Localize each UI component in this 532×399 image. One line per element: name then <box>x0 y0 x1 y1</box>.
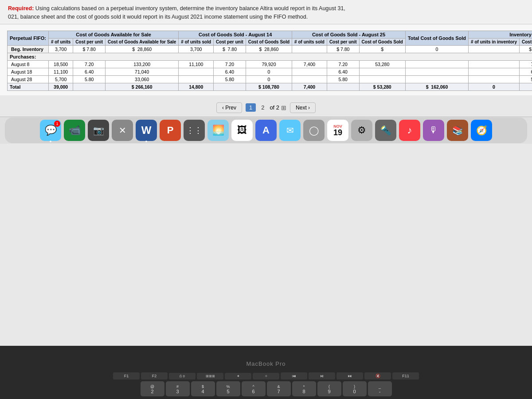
row-beg-units3 <box>292 45 327 53</box>
key-5pct[interactable]: %5 <box>216 381 240 396</box>
mail-app-icon[interactable]: ✉ <box>279 120 301 141</box>
pagination: ‹ Prev 1 2 of 2 ⊞ Next › <box>0 95 532 117</box>
row-aug18-sold3 <box>359 68 405 75</box>
key-8star[interactable]: *8 <box>292 381 316 396</box>
row-aug8-label: August 8 <box>8 60 49 68</box>
row-aug28-inv-units <box>469 75 520 83</box>
fn-key-f5[interactable]: ✦ <box>225 373 251 379</box>
active-dot-word <box>145 141 147 142</box>
text-app-icon[interactable]: A <box>255 120 277 141</box>
books-app-icon[interactable]: 📚 <box>447 120 468 141</box>
question-text: Using calculations based on a perpetual … <box>34 5 345 12</box>
table-row-total: Total 39,000 $ 266,160 14,800 $ 108,780 … <box>8 83 532 90</box>
row-aug28-sold2: 0 <box>246 75 292 83</box>
key-9open[interactable]: (9 <box>317 381 341 396</box>
row-aug18-of-units <box>179 68 214 75</box>
fn-key-f1[interactable]: F1 <box>113 372 140 379</box>
calendar-app-icon[interactable]: NOV 19 <box>327 120 348 141</box>
row-aug18-inv-units <box>469 68 520 75</box>
next-button[interactable]: Next › <box>290 102 316 113</box>
system-prefs-icon[interactable]: ⚙ <box>351 120 372 141</box>
row-aug18-label: August 18 <box>8 68 49 75</box>
key-dash[interactable]: _- <box>368 381 392 396</box>
prev-button[interactable]: ‹ Prev <box>216 102 242 113</box>
podcast-app-icon[interactable]: 🎙 <box>423 120 444 141</box>
units-header: # of units <box>48 38 73 45</box>
key-0close[interactable]: )0 <box>343 381 367 396</box>
row-aug18-total <box>405 68 468 75</box>
row-aug8-total <box>405 60 468 68</box>
word-icon[interactable]: W <box>136 120 157 141</box>
available-header: Cost of Goods Available for Sale <box>48 31 178 38</box>
total-sold3: $ 53,280 <box>359 83 405 90</box>
total-label: Total <box>8 83 49 90</box>
cost-sold3-header: Cost of Goods Sold <box>359 38 405 45</box>
row-beg-sold3: $ <box>359 45 405 53</box>
purchases-section-label: Purchases: <box>8 53 532 60</box>
safari-app-icon[interactable]: 🧭 <box>471 120 492 141</box>
key-2at[interactable]: @2 <box>141 381 164 396</box>
row-beg-sold2: $ 28,860 <box>246 45 292 53</box>
key-6caret[interactable]: ^6 <box>242 381 266 396</box>
music-app-icon[interactable]: ♪ <box>399 120 420 141</box>
table-row: August 28 5,700 5.80 33,060 5.80 0 5.80 … <box>8 75 532 83</box>
key-3hash[interactable]: #3 <box>166 381 190 396</box>
row-aug18-cost3: 6.40 <box>327 68 359 75</box>
page-1[interactable]: 1 <box>246 103 256 112</box>
row-aug8-inv-units <box>469 60 520 68</box>
notification-badge: 1 <box>54 121 60 127</box>
row-aug8-cost: 7.20 <box>73 60 106 68</box>
sold-aug14-header: Cost of Goods Sold - August 14 <box>179 31 292 38</box>
fn-key-f6[interactable]: ✧ <box>253 373 279 379</box>
photos-icon[interactable]: 🖼 <box>231 120 253 141</box>
row-aug28-inv-cost: 5.80 <box>519 75 532 83</box>
row-beg-of-units: 3,700 <box>179 45 214 53</box>
row-beg-units: 3,700 <box>48 45 73 53</box>
facetime-icon[interactable]: 📹 <box>64 120 85 141</box>
key-7amp[interactable]: &7 <box>267 381 291 396</box>
table-row: Purchases: <box>8 53 532 60</box>
row-beg-total: 0 <box>405 45 468 53</box>
spotlight-icon[interactable]: 🔦 <box>375 120 396 141</box>
total-cost-header: Total Cost of Goods Sold <box>405 31 468 45</box>
chat-bubble-icon[interactable]: 💬 1 <box>40 120 61 141</box>
row-aug28-of-units <box>179 75 214 83</box>
row-aug28-cost3: 5.80 <box>327 75 359 83</box>
fn-key-f11[interactable]: F11 <box>392 372 419 379</box>
fn-key-f9[interactable]: ⏭ <box>336 372 363 379</box>
page-2[interactable]: 2 <box>258 103 268 112</box>
row-beg-cost2: $ 7.80 <box>214 45 246 53</box>
camera-icon[interactable]: 📷 <box>88 120 109 141</box>
row-aug28-sold3 <box>359 75 405 83</box>
row-aug18-units3 <box>292 68 327 75</box>
fn-key-f7[interactable]: ⏮ <box>281 372 307 379</box>
key-4dollar[interactable]: $4 <box>191 381 215 396</box>
browser-app-icon[interactable]: ◯ <box>303 120 325 141</box>
row-aug18-cost2: 6.40 <box>214 68 246 75</box>
total-sold2: $ 108,780 <box>246 83 292 90</box>
table-row: August 18 11,100 6.40 71,040 6.40 0 6.40… <box>8 68 532 75</box>
row-aug8-cost2: 7.20 <box>214 60 246 68</box>
landscape-icon[interactable]: 🌅 <box>207 120 229 141</box>
total-total-cost: $ 162,060 <box>405 83 468 90</box>
screen: Required: Using calculations based on a … <box>0 0 532 346</box>
fn-key-f10[interactable]: 🔇 <box>364 372 391 379</box>
fn-key-f2[interactable]: F2 <box>141 372 168 379</box>
fn-key-f8[interactable]: ⏯ <box>309 372 335 379</box>
cost-unit2-header: Cost per unit <box>214 38 246 45</box>
kb-row: @2 #3 $4 %5 ^6 &7 *8 (9 )0 _- <box>0 380 532 397</box>
cost-unit3-header: Cost per unit <box>327 38 359 45</box>
total-cost3 <box>327 83 359 90</box>
total-units: 39,000 <box>48 83 73 90</box>
total-of-units: 14,800 <box>179 83 214 90</box>
calendar-month: NOV <box>333 124 342 129</box>
perpetual-fifo-header: Perpetual FIFO: <box>8 31 49 45</box>
grid-app-icon[interactable]: ⋮⋮ <box>184 120 205 141</box>
close-icon[interactable]: ✕ <box>112 120 133 141</box>
total-cost2 <box>214 83 246 90</box>
fn-key-f4[interactable]: ⊞⊞⊞ <box>197 373 223 379</box>
sold-aug25-header: Cost of Goods Sold - August 25 <box>292 31 406 38</box>
fn-key-f3[interactable]: ⎙ 0 <box>169 373 196 379</box>
powerpoint-icon[interactable]: P <box>160 120 181 141</box>
row-aug28-units3 <box>292 75 327 83</box>
